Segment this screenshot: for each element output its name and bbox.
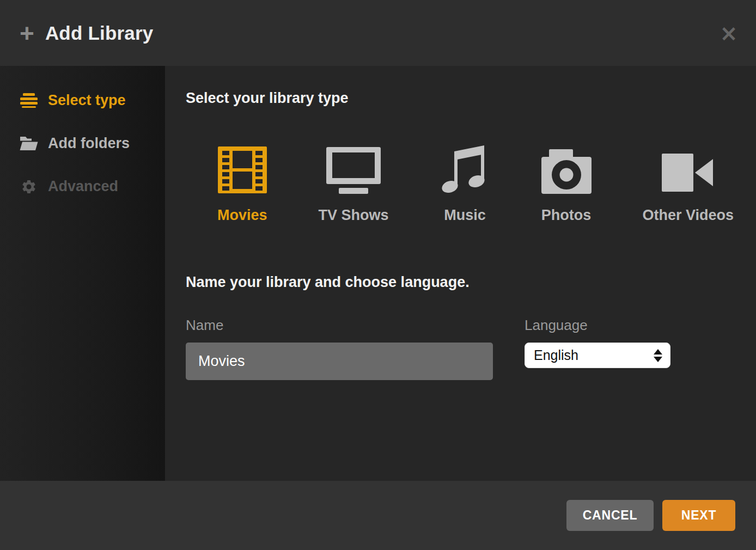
language-select[interactable]: English: [525, 343, 670, 368]
next-button[interactable]: NEXT: [662, 500, 735, 531]
dialog-title: Add Library: [45, 22, 154, 44]
sidebar-item-select-type[interactable]: Select type: [0, 79, 165, 122]
sidebar-item-label: Add folders: [48, 135, 130, 152]
library-name-input[interactable]: [186, 343, 493, 380]
camera-icon: [541, 145, 592, 194]
type-label: Movies: [217, 207, 267, 224]
tv-icon: [326, 145, 381, 194]
type-option-movies[interactable]: Movies: [217, 145, 267, 224]
name-language-heading: Name your library and choose language.: [186, 274, 735, 291]
type-label: Music: [444, 207, 486, 224]
type-label: Photos: [541, 207, 592, 224]
gear-icon: [20, 179, 38, 195]
plus-icon: +: [20, 21, 34, 46]
open-folder-icon: [20, 136, 38, 151]
dialog-body: Select your library type: [165, 66, 756, 481]
type-option-music[interactable]: Music: [440, 145, 490, 224]
wizard-steps-sidebar: Select type Add folders Advanced: [0, 66, 165, 481]
type-option-other-videos[interactable]: Other Videos: [643, 145, 734, 224]
film-strip-icon: [218, 145, 267, 194]
library-type-selector: Movies TV Shows: [217, 145, 735, 224]
name-language-form: Name Language English: [186, 317, 735, 380]
video-camera-icon: [662, 145, 714, 194]
list-bars-icon: [20, 93, 38, 108]
sidebar-item-label: Advanced: [48, 178, 118, 195]
dialog-footer: CANCEL NEXT: [0, 481, 756, 550]
close-icon[interactable]: ×: [716, 20, 742, 46]
library-type-heading: Select your library type: [186, 90, 735, 107]
type-label: Other Videos: [643, 207, 734, 224]
sidebar-item-add-folders[interactable]: Add folders: [0, 122, 165, 165]
select-stepper-icon: [654, 349, 662, 362]
name-label: Name: [186, 317, 493, 334]
sidebar-item-advanced: Advanced: [0, 165, 165, 208]
cancel-button[interactable]: CANCEL: [566, 500, 654, 531]
music-note-icon: [440, 145, 490, 194]
language-selected-value: English: [534, 347, 578, 363]
type-option-photos[interactable]: Photos: [541, 145, 592, 224]
language-label: Language: [525, 317, 670, 334]
sidebar-item-label: Select type: [48, 92, 126, 109]
type-option-tv-shows[interactable]: TV Shows: [319, 145, 389, 224]
type-label: TV Shows: [319, 207, 389, 224]
dialog-header: + Add Library ×: [0, 0, 756, 66]
